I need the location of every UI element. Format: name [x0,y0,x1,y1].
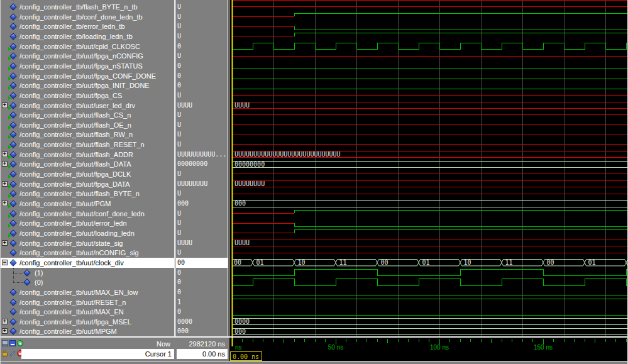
wave-bit [232,279,628,285]
signal-value[interactable]: 0 [176,277,228,287]
signal-value[interactable]: U [176,248,228,258]
wave-clock [232,43,628,49]
signal-row[interactable]: +/config_controller_tb/uut/fpga_DATA [1,179,174,189]
wave-bit [232,269,628,275]
signal-row[interactable]: /config_controller_tb/uut/fpga_CS [1,91,174,101]
signal-row[interactable]: (1) [1,268,174,278]
expand-icon[interactable]: + [2,102,8,108]
expand-icon[interactable]: + [2,181,8,187]
signal-value[interactable]: U [176,169,228,179]
signal-diamond-icon [9,33,16,40]
signal-row[interactable]: /config_controller_tb/uut/flash_OE_n [1,120,174,130]
expand-icon[interactable]: + [2,240,8,246]
signal-row[interactable]: /config_controller_tb/uut/loading_ledn [1,228,174,238]
signal-value[interactable]: UUUUUUUU [176,179,228,189]
signal-row[interactable]: /config_controller_tb/conf_done_ledn_tb [1,12,174,22]
signal-name-label: /config_controller_tb/uut/fpga_nCONFIG [19,51,143,61]
signal-row[interactable]: /config_controller_tb/uut/conf_done_ledn [1,209,174,219]
expand-icon[interactable]: + [2,201,8,206]
bus-value-label: 00000000 [234,161,265,168]
signal-row[interactable]: +/config_controller_tb/uut/user_led_drv [1,101,174,111]
signal-row[interactable]: /config_controller_tb/uut/fpga_DCLK [1,169,174,179]
signal-value[interactable]: 0 [176,268,228,278]
signal-name-label: /config_controller_tb/uut/MAX_EN [19,307,124,317]
signal-row[interactable]: −/config_controller_tb/uut/clock_div [1,258,174,268]
signal-value[interactable]: 0 [176,61,228,71]
signal-row[interactable]: +/config_controller_tb/uut/fpga_MSEL [1,317,174,327]
timeline-track[interactable]: ns50 ns100 ns150 ns0.00 ns [229,338,628,361]
bus-value-label: 01 [422,259,430,266]
signal-value[interactable]: 0 [176,71,228,81]
signal-name-label: /config_controller_tb/uut/fpga_DCLK [19,169,131,179]
signal-row[interactable]: /config_controller_tb/uut/nCONFIG_sig [1,248,174,258]
signal-row[interactable]: /config_controller_tb/uut/flash_RW_n [1,130,174,140]
expand-icon[interactable]: + [2,161,8,167]
expand-icon[interactable]: + [2,328,8,334]
expand-icon[interactable]: + [2,319,8,324]
expand-icon[interactable]: + [2,152,8,157]
signal-row[interactable]: +/config_controller_tb/uut/flash_ADDR [1,150,174,160]
signal-value[interactable]: U [176,140,228,150]
port-direction-icon [8,185,11,189]
signal-value[interactable]: UUUU [176,101,228,111]
waveform-canvas[interactable]: UUUUUUUUUUUUUUUUUUUUUUUUUUUUUUUU00000000… [229,0,628,336]
signal-row[interactable]: /config_controller_tb/uut/cpld_CLKOSC [1,41,174,52]
signal-row[interactable]: /config_controller_tb/uut/MAX_EN [1,307,174,317]
signal-row[interactable]: (0) [1,277,174,287]
signal-value[interactable]: U [176,228,228,238]
signal-value[interactable]: U [176,130,228,140]
signal-row[interactable]: +/config_controller_tb/uut/state_sig [1,238,174,248]
signal-row[interactable]: /config_controller_tb/flash_BYTE_n_tb [1,2,174,12]
signal-row[interactable]: /config_controller_tb/uut/fpga_INIT_DONE [1,80,174,91]
signal-row[interactable]: /config_controller_tb/error_ledn_tb [1,21,174,31]
signal-value[interactable]: 0 [176,41,228,52]
cursor-value-field[interactable]: 0.00 ns [177,349,228,359]
cursor-tool-icon[interactable] [2,340,8,346]
edit-cursor-icon[interactable] [9,350,16,356]
signal-value[interactable]: 0 [176,287,228,297]
signal-value[interactable]: U [176,51,228,61]
now-value: 2982120 ns [177,339,228,349]
signal-row[interactable]: /config_controller_tb/uut/flash_CS_n [1,110,174,120]
signal-value[interactable]: 000 [176,326,228,336]
signal-value[interactable]: U [176,21,228,31]
signal-value[interactable]: U [176,91,228,101]
signal-row[interactable]: /config_controller_tb/uut/fpga_nSTATUS [1,61,174,71]
signal-value[interactable]: U [176,120,228,130]
signal-value[interactable]: 00000000 [176,159,228,169]
pane-icon[interactable] [9,340,16,346]
signal-row[interactable]: +/config_controller_tb/uut/PGM [1,199,174,209]
signal-value[interactable]: 0 [176,80,228,91]
signal-row[interactable]: /config_controller_tb/uut/RESET_n [1,297,174,307]
signal-value[interactable]: 00 [176,258,228,268]
signal-row[interactable]: /config_controller_tb/uut/MAX_EN_low [1,287,174,297]
signal-value[interactable]: UUUU [176,238,228,248]
signal-diamond-icon [23,269,30,276]
signal-row[interactable]: /config_controller_tb/uut/flash_RESET_n [1,140,174,150]
signal-values-panel[interactable]: UUUU0U000UUUUUUUUUUUUUUUUUUU...00000000U… [176,0,228,336]
signal-value[interactable]: UUUUUUUUUU... [176,150,228,160]
signal-value[interactable]: U [176,12,228,22]
signal-value[interactable]: 1 [176,297,228,307]
signal-value[interactable]: U [176,110,228,120]
signal-row[interactable]: /config_controller_tb/uut/fpga_nCONFIG [1,51,174,61]
signal-value[interactable]: 0 [176,307,228,317]
lock-cursor-icon[interactable] [2,350,8,356]
signal-value[interactable]: U [176,218,228,228]
signal-value[interactable]: 0000 [176,317,228,327]
signal-value[interactable]: U [176,31,228,41]
cursor-name-field[interactable]: Cursor 1 [21,349,174,359]
collapse-icon[interactable]: − [2,260,8,265]
signal-row[interactable]: +/config_controller_tb/uut/MPGM [1,326,174,336]
signal-value[interactable]: 000 [176,199,228,209]
signal-row[interactable]: /config_controller_tb/uut/flash_BYTE_n [1,189,174,199]
signal-row[interactable]: /config_controller_tb/uut/error_ledn [1,218,174,228]
signal-names-panel[interactable]: +/config_controller_tb/flash_BYTE_n_tb/c… [1,0,174,336]
signal-row[interactable]: /config_controller_tb/uut/fpga_CONF_DONE [1,71,174,81]
signal-name-label: /config_controller_tb/uut/state_sig [19,238,123,248]
signal-value[interactable]: U [176,2,228,12]
signal-value[interactable]: U [176,209,228,219]
signal-row[interactable]: /config_controller_tb/loading_ledn_tb [1,31,174,41]
signal-value[interactable]: U [176,189,228,199]
signal-row[interactable]: +/config_controller_tb/uut/flash_DATA [1,159,174,169]
